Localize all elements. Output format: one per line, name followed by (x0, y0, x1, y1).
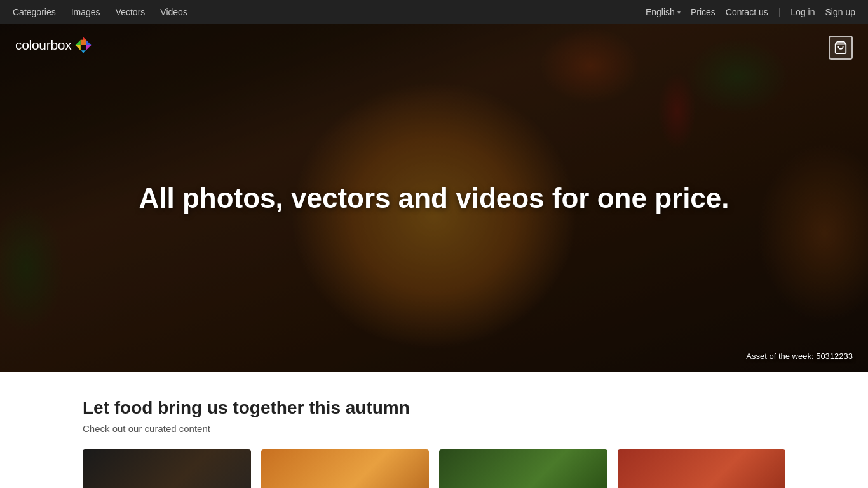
nav-divider: | (778, 7, 781, 17)
asset-of-week-label: Asset of the week: (746, 351, 813, 361)
logo[interactable]: colourbox (15, 36, 93, 55)
nav-contact[interactable]: Contact us (726, 7, 768, 17)
hero-content: All photos, vectors and videos for one p… (0, 182, 868, 215)
cart-icon (834, 41, 848, 55)
language-selector[interactable]: English ▾ (646, 7, 681, 17)
section-subtitle: Check out our curated content (83, 423, 785, 434)
asset-of-week-link[interactable]: 50312233 (816, 351, 853, 361)
top-nav: Categories Images Vectors Videos English… (0, 0, 868, 24)
thumb-item-4[interactable] (618, 449, 786, 488)
svg-marker-4 (76, 45, 81, 50)
chevron-down-icon: ▾ (677, 9, 681, 16)
svg-marker-6 (86, 45, 92, 50)
svg-marker-2 (76, 40, 81, 45)
thumbnail-grid (83, 449, 785, 488)
logo-icon (74, 36, 93, 55)
thumb-item-3[interactable] (439, 449, 607, 488)
nav-videos[interactable]: Videos (160, 7, 187, 17)
nav-left: Categories Images Vectors Videos (13, 7, 187, 17)
nav-login[interactable]: Log in (790, 7, 815, 17)
asset-of-week: Asset of the week: 50312233 (746, 351, 853, 361)
nav-right: English ▾ Prices Contact us | Log in Sig… (646, 7, 855, 17)
svg-marker-3 (86, 40, 92, 45)
svg-marker-5 (81, 40, 86, 45)
thumb-item-2[interactable] (261, 449, 430, 488)
hero-section: colourbox (0, 24, 868, 372)
nav-images[interactable]: Images (71, 7, 100, 17)
thumb-item-1[interactable] (83, 449, 251, 488)
nav-categories[interactable]: Categories (13, 7, 56, 17)
nav-prices[interactable]: Prices (691, 7, 715, 17)
section-title: Let food bring us together this autumn (83, 398, 785, 418)
hero-headline: All photos, vectors and videos for one p… (0, 182, 868, 215)
content-section: Let food bring us together this autumn C… (0, 372, 868, 488)
svg-marker-7 (81, 50, 86, 53)
nav-signup[interactable]: Sign up (825, 7, 855, 17)
language-label: English (646, 7, 675, 17)
logo-text: colourbox (15, 37, 71, 53)
logo-area[interactable]: colourbox (15, 36, 93, 55)
cart-button[interactable] (829, 36, 853, 60)
nav-vectors[interactable]: Vectors (116, 7, 146, 17)
